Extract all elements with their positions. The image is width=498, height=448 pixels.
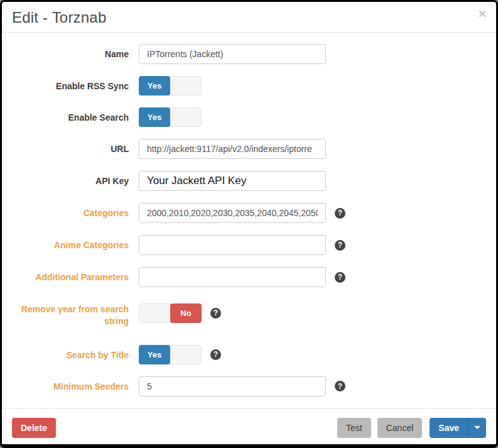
save-dropdown-button[interactable] (468, 418, 486, 438)
toggle-state-label: Yes (139, 345, 170, 364)
url-label: URL (12, 139, 129, 159)
form-row-remove-year: Remove year from search string No ? (12, 299, 486, 327)
categories-label: Categories (12, 203, 129, 223)
help-icon[interactable]: ? (335, 240, 345, 251)
name-input[interactable] (139, 44, 326, 64)
name-label: Name (12, 44, 129, 64)
search-by-title-label: Search by Title (12, 345, 129, 364)
form-row-enable-search: Enable Search Yes (12, 107, 486, 127)
enable-rss-toggle[interactable]: Yes (139, 76, 202, 96)
anime-categories-label: Anime Categories (12, 235, 129, 255)
form-row-name: Name (12, 44, 486, 64)
help-icon[interactable]: ? (210, 308, 221, 319)
toggle-state-label: Yes (139, 76, 170, 96)
modal-header: Edit - Torznab × (2, 2, 496, 33)
minimum-seeders-label: Minimum Seeders (12, 376, 129, 396)
form-row-minimum-seeders: Minimum Seeders ? (12, 376, 486, 396)
enable-search-toggle[interactable]: Yes (139, 107, 202, 127)
modal-footer: Delete Test Cancel Save (2, 408, 496, 447)
help-icon[interactable]: ? (335, 272, 345, 283)
form-row-api-key: API Key (12, 171, 486, 191)
modal-title: Edit - Torznab (12, 9, 486, 26)
cancel-button[interactable]: Cancel (377, 418, 423, 438)
categories-input[interactable] (139, 203, 326, 223)
close-icon[interactable]: × (479, 7, 486, 20)
form-row-enable-rss: Enable RSS Sync Yes (12, 76, 486, 96)
help-icon[interactable]: ? (335, 381, 345, 391)
modal-body: Name Enable RSS Sync Yes Enable Search Y… (2, 33, 496, 408)
minimum-seeders-input[interactable] (139, 376, 326, 396)
help-icon[interactable]: ? (335, 208, 345, 219)
save-button[interactable]: Save (430, 418, 468, 438)
form-row-anime-categories: Anime Categories ? (12, 235, 486, 255)
additional-parameters-label: Additional Parameters (12, 267, 129, 287)
form-row-categories: Categories ? (12, 203, 486, 223)
form-row-additional-parameters: Additional Parameters ? (12, 267, 486, 287)
additional-parameters-input[interactable] (139, 267, 326, 287)
url-input[interactable] (139, 139, 326, 159)
api-key-label: API Key (12, 171, 129, 191)
chevron-down-icon (474, 426, 480, 429)
remove-year-toggle[interactable]: No (139, 303, 202, 323)
form-row-search-by-title: Search by Title Yes ? (12, 345, 486, 364)
toggle-state-label: No (170, 303, 202, 323)
enable-rss-label: Enable RSS Sync (12, 76, 129, 96)
anime-categories-input[interactable] (139, 235, 326, 255)
help-icon[interactable]: ? (210, 349, 221, 360)
delete-button[interactable]: Delete (12, 418, 56, 438)
api-key-input[interactable] (139, 171, 326, 191)
edit-torznab-modal: Edit - Torznab × Name Enable RSS Sync Ye… (0, 0, 498, 448)
toggle-state-label: Yes (139, 107, 170, 127)
save-split-button: Save (430, 418, 486, 438)
search-by-title-toggle[interactable]: Yes (139, 345, 202, 364)
test-button[interactable]: Test (337, 418, 371, 438)
form-row-url: URL (12, 139, 486, 159)
enable-search-label: Enable Search (12, 107, 129, 127)
remove-year-label: Remove year from search string (12, 299, 129, 327)
